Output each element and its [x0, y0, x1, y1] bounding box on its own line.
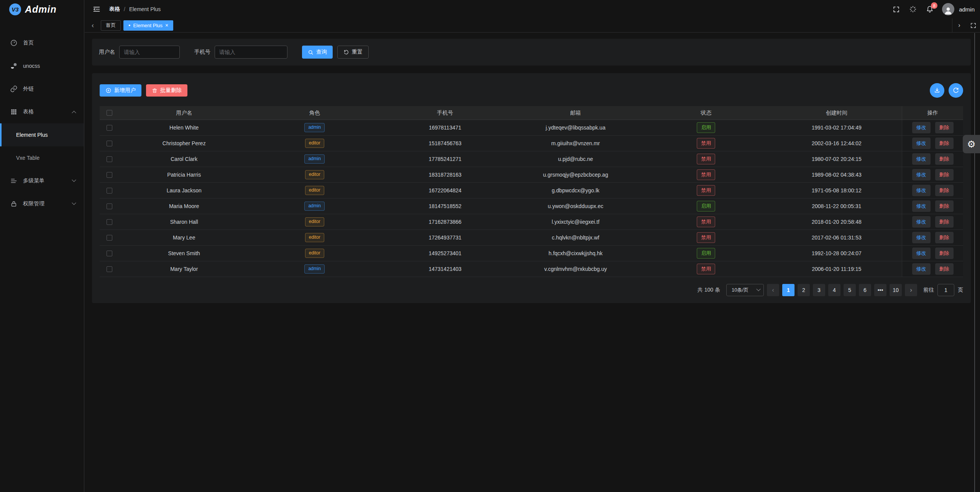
query-button[interactable]: 查询 — [302, 46, 333, 59]
edit-button[interactable]: 修改 — [912, 232, 931, 243]
delete-button[interactable]: 删除 — [935, 216, 954, 228]
add-user-button[interactable]: 新增用户 — [100, 84, 141, 97]
phone-cell: 17162873866 — [380, 214, 511, 230]
sidebar-item-home[interactable]: 首页 — [0, 31, 84, 54]
table-cell — [100, 246, 119, 261]
delete-button[interactable]: 删除 — [935, 138, 954, 149]
row-checkbox[interactable] — [107, 203, 112, 209]
edit-button[interactable]: 修改 — [912, 169, 931, 180]
table-cell: 禁用 — [641, 183, 772, 198]
table-cell: 修改删除 — [902, 261, 963, 277]
row-checkbox[interactable] — [107, 235, 112, 241]
goto-page-input[interactable] — [937, 284, 954, 296]
email-cell: h.fqcxh@cixwkjjshq.hk — [511, 246, 641, 261]
fullscreen-icon[interactable] — [889, 2, 903, 16]
app-logo[interactable]: V3 Admin — [0, 0, 84, 18]
delete-button[interactable]: 删除 — [935, 263, 954, 275]
content-fullscreen-icon[interactable] — [966, 18, 980, 32]
edit-button[interactable]: 修改 — [912, 263, 931, 275]
username-input[interactable] — [119, 46, 180, 59]
email-cell: g.dbpwcdcx@ygo.lk — [511, 183, 641, 198]
sidebar-item-unocss[interactable]: unocss — [0, 54, 84, 77]
table-cell — [100, 151, 119, 167]
sidebar-collapse-button[interactable] — [91, 3, 102, 15]
table-cell — [100, 198, 119, 214]
sidebar-item-label: 多级菜单 — [23, 177, 72, 184]
batch-delete-button[interactable]: 批量删除 — [146, 84, 187, 97]
column-header: 角色 — [250, 106, 380, 120]
phone-cell: 17264937731 — [380, 230, 511, 245]
delete-button[interactable]: 删除 — [935, 169, 954, 180]
sidebar-item-multi-level-menu[interactable]: 多级菜单 — [0, 169, 84, 192]
avatar[interactable] — [942, 3, 954, 15]
row-checkbox[interactable] — [107, 219, 112, 225]
sidebar-item-element-plus[interactable]: Element Plus — [0, 123, 84, 146]
table-cell: 启用 — [641, 120, 772, 135]
delete-button[interactable]: 删除 — [935, 248, 954, 259]
theme-switch-icon[interactable] — [906, 2, 920, 16]
sidebar-item-vxe-table[interactable]: Vxe Table — [0, 146, 84, 169]
next-page-button[interactable]: › — [905, 284, 917, 296]
created-time-cell: 2008-11-22 00:05:31 — [772, 198, 902, 214]
page-button[interactable]: 6 — [859, 284, 871, 296]
sidebar-subitem-label: Element Plus — [16, 132, 48, 138]
notification-bell-icon[interactable]: 8 — [923, 2, 937, 16]
table-cell — [100, 261, 119, 277]
logo-v3-icon: V3 — [9, 3, 21, 15]
delete-button[interactable]: 删除 — [935, 232, 954, 243]
table-row: Christopher Perezeditor15187456763m.giiu… — [100, 136, 963, 151]
breadcrumb-item[interactable]: 表格 — [109, 6, 120, 13]
page-button[interactable]: 4 — [828, 284, 840, 296]
tab-label: Element Plus — [133, 23, 163, 28]
reset-button[interactable]: 重置 — [337, 46, 369, 59]
prev-page-button[interactable]: ‹ — [767, 284, 779, 296]
row-checkbox[interactable] — [107, 251, 112, 256]
row-checkbox[interactable] — [107, 156, 112, 162]
row-checkbox[interactable] — [107, 172, 112, 178]
sidebar-item-tables[interactable]: 表格 — [0, 100, 84, 123]
circle-plus-icon — [105, 87, 112, 93]
scrollbar[interactable] — [974, 33, 975, 492]
role-tag: editor — [305, 186, 324, 195]
row-checkbox[interactable] — [107, 141, 112, 146]
tab-close-icon[interactable]: × — [165, 23, 168, 28]
pagination-total: 共 100 条 — [698, 287, 720, 294]
delete-button[interactable]: 删除 — [935, 185, 954, 196]
download-button[interactable] — [930, 83, 944, 98]
tabs-scroll-left-button[interactable]: ‹ — [87, 18, 98, 32]
delete-button[interactable]: 删除 — [935, 122, 954, 133]
tags-view-bar: ‹ 首页 ● Element Plus × › — [85, 18, 980, 33]
row-checkbox[interactable] — [107, 125, 112, 131]
sidebar-item-external-link[interactable]: 外链 — [0, 77, 84, 100]
table-cell: 修改删除 — [902, 246, 963, 261]
tab-home[interactable]: 首页 — [101, 20, 121, 31]
status-tag: 禁用 — [697, 169, 715, 180]
row-checkbox[interactable] — [107, 188, 112, 194]
edit-button[interactable]: 修改 — [912, 216, 931, 228]
sidebar-item-permissions[interactable]: 权限管理 — [0, 192, 84, 215]
delete-button[interactable]: 删除 — [935, 153, 954, 165]
phone-input[interactable] — [215, 46, 287, 59]
edit-button[interactable]: 修改 — [912, 138, 931, 149]
column-header: 手机号 — [380, 106, 511, 120]
page-button[interactable]: 1 — [782, 284, 795, 296]
tabs-scroll-right-button[interactable]: › — [952, 18, 966, 32]
page-button[interactable]: 10 — [890, 284, 902, 296]
delete-button[interactable]: 删除 — [935, 200, 954, 212]
more-pages-button[interactable]: ••• — [874, 284, 886, 296]
page-size-select[interactable]: 10条/页 — [726, 284, 764, 296]
edit-button[interactable]: 修改 — [912, 122, 931, 133]
tab-element-plus[interactable]: ● Element Plus × — [123, 20, 173, 31]
settings-gear-button[interactable]: ⚙ — [963, 135, 980, 153]
page-button[interactable]: 2 — [798, 284, 810, 296]
page-button[interactable]: 5 — [844, 284, 856, 296]
refresh-button[interactable] — [949, 83, 963, 98]
select-all-checkbox[interactable] — [107, 110, 112, 116]
username[interactable]: admin — [959, 6, 975, 13]
row-checkbox[interactable] — [107, 266, 112, 272]
page-button[interactable]: 3 — [813, 284, 825, 296]
edit-button[interactable]: 修改 — [912, 248, 931, 259]
edit-button[interactable]: 修改 — [912, 153, 931, 165]
edit-button[interactable]: 修改 — [912, 185, 931, 196]
edit-button[interactable]: 修改 — [912, 200, 931, 212]
